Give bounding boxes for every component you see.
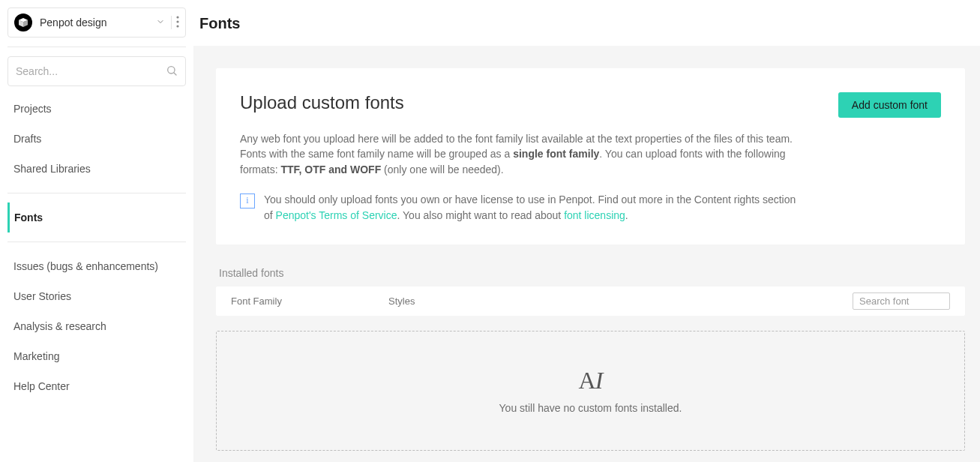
sidebar-item-analysis[interactable]: Analysis & research bbox=[7, 311, 186, 341]
svg-point-2 bbox=[176, 25, 178, 27]
sidebar-search[interactable] bbox=[7, 56, 186, 86]
desc-bold-family: single font family bbox=[513, 148, 599, 160]
sidebar-item-user-stories[interactable]: User Stories bbox=[7, 281, 186, 311]
sidebar-item-drafts[interactable]: Drafts bbox=[7, 124, 186, 154]
nav-group-fonts: Fonts bbox=[7, 202, 186, 232]
sidebar-item-shared-libraries[interactable]: Shared Libraries bbox=[7, 154, 186, 184]
sidebar-item-marketing[interactable]: Marketing bbox=[7, 341, 186, 371]
svg-line-4 bbox=[174, 73, 176, 75]
sidebar-item-help-center[interactable]: Help Center bbox=[7, 371, 186, 401]
installed-fonts-label: Installed fonts bbox=[219, 267, 965, 279]
fonts-dropzone[interactable]: AI You still have no custom fonts instal… bbox=[216, 331, 965, 451]
team-selector[interactable]: Penpot design bbox=[7, 8, 186, 38]
font-search-input[interactable] bbox=[853, 292, 950, 310]
desc-bold-formats: TTF, OTF and WOFF bbox=[280, 164, 381, 176]
divider bbox=[7, 242, 186, 242]
divider bbox=[7, 193, 186, 194]
info-text-part: . You also might want to read about bbox=[397, 209, 565, 221]
kebab-menu-icon[interactable] bbox=[176, 16, 179, 30]
info-icon: i bbox=[240, 194, 255, 208]
terms-of-service-link[interactable]: Penpot's Terms of Service bbox=[276, 209, 397, 221]
divider bbox=[171, 16, 172, 29]
desc-text: (only one will be needed). bbox=[381, 164, 503, 176]
nav-group-projects: Issues (bugs & enhancements) User Storie… bbox=[7, 251, 186, 401]
svg-point-1 bbox=[176, 20, 178, 22]
divider bbox=[7, 46, 186, 47]
font-glyph-icon: AI bbox=[579, 367, 603, 394]
nav-group-main: Projects Drafts Shared Libraries bbox=[7, 94, 186, 184]
chevron-down-icon[interactable] bbox=[156, 16, 165, 28]
search-icon bbox=[166, 64, 178, 79]
font-licensing-link[interactable]: font licensing bbox=[564, 209, 625, 221]
page-header: Fonts bbox=[193, 0, 980, 46]
upload-fonts-title: Upload custom fonts bbox=[240, 92, 404, 113]
sidebar-item-projects[interactable]: Projects bbox=[7, 94, 186, 124]
team-name: Penpot design bbox=[40, 16, 156, 28]
svg-point-0 bbox=[176, 16, 178, 18]
upload-fonts-card: Upload custom fonts Add custom font Any … bbox=[216, 68, 965, 244]
column-header-family: Font Family bbox=[231, 296, 388, 307]
column-header-styles: Styles bbox=[388, 296, 853, 307]
page-title: Fonts bbox=[199, 15, 980, 32]
team-logo-icon bbox=[14, 14, 32, 32]
info-text: You should only upload fonts you own or … bbox=[264, 192, 804, 224]
empty-state-text: You still have no custom fonts installed… bbox=[499, 402, 682, 414]
add-custom-font-button[interactable]: Add custom font bbox=[838, 92, 941, 118]
search-input[interactable] bbox=[16, 65, 166, 77]
info-text-part: . bbox=[625, 209, 628, 221]
upload-fonts-description: Any web font you upload here will be add… bbox=[240, 131, 810, 177]
sidebar-item-fonts[interactable]: Fonts bbox=[7, 202, 186, 232]
fonts-table-header: Font Family Styles bbox=[216, 286, 965, 316]
info-callout: i You should only upload fonts you own o… bbox=[240, 192, 941, 224]
sidebar-item-issues[interactable]: Issues (bugs & enhancements) bbox=[7, 251, 186, 281]
